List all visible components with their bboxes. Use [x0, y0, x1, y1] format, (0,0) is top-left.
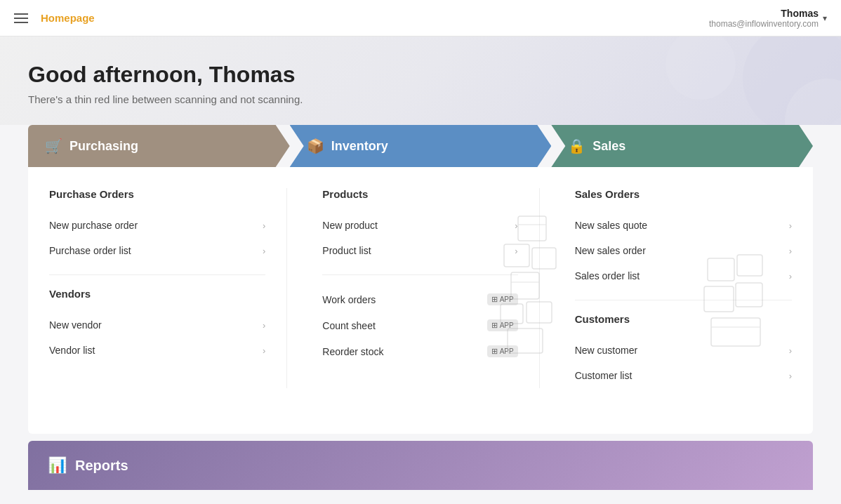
new-purchase-order-item[interactable]: New purchase order › — [49, 213, 265, 238]
work-orders-badge-text: APP — [500, 296, 514, 303]
tab-purchasing-label: Purchasing — [69, 139, 138, 154]
hero-greeting: Good afternoon, Thomas — [28, 62, 813, 88]
customer-list-label: Customer list — [575, 370, 633, 381]
count-sheet-label: Count sheet — [322, 320, 376, 331]
purchasing-divider — [49, 274, 265, 275]
new-sales-quote-item[interactable]: New sales quote › — [575, 213, 792, 238]
tab-inventory[interactable]: 📦 Inventory — [290, 125, 552, 167]
inventory-divider — [322, 274, 517, 275]
category-tabs: 🛒 Purchasing 📦 Inventory 🔒 Sales — [28, 125, 813, 167]
purchase-order-list-chevron: › — [263, 246, 265, 256]
new-sales-quote-label: New sales quote — [575, 220, 648, 231]
count-sheet-app-badge: ⊞ APP — [487, 319, 518, 331]
new-purchase-order-chevron: › — [263, 220, 265, 231]
purchase-orders-title: Purchase Orders — [49, 188, 265, 200]
sales-order-list-chevron: › — [789, 271, 792, 281]
purchase-order-list-label: Purchase order list — [49, 245, 131, 256]
new-product-chevron: › — [515, 220, 517, 231]
content-grid: Purchase Orders New purchase order › Pur… — [49, 188, 792, 388]
tab-sales-label: Sales — [592, 139, 625, 154]
new-sales-quote-chevron: › — [789, 220, 792, 231]
inventory-column: Products New product › Product list › Wo… — [301, 188, 539, 388]
purchasing-column: Purchase Orders New purchase order › Pur… — [49, 188, 287, 388]
tab-purchasing[interactable]: 🛒 Purchasing — [28, 125, 290, 167]
product-list-chevron: › — [515, 246, 517, 256]
work-orders-item[interactable]: Work orders ⊞ APP — [322, 286, 517, 312]
user-email: thomas@inflowinventory.com — [709, 19, 819, 29]
reports-icon: 📊 — [48, 456, 67, 475]
reorder-stock-badge-icon: ⊞ — [491, 347, 498, 356]
hamburger-menu[interactable] — [14, 13, 28, 23]
content-panel: Purchase Orders New purchase order › Pur… — [28, 167, 813, 434]
new-vendor-chevron: › — [263, 320, 265, 331]
customers-title: Customers — [575, 313, 792, 325]
new-sales-order-item[interactable]: New sales order › — [575, 238, 792, 263]
vendors-title: Vendors — [49, 288, 265, 300]
new-product-label: New product — [322, 220, 378, 231]
new-product-item[interactable]: New product › — [322, 213, 517, 238]
customer-list-chevron: › — [789, 371, 792, 381]
work-orders-label: Work orders — [322, 294, 376, 305]
hero-section: Good afternoon, Thomas There's a thin re… — [0, 37, 841, 125]
user-block[interactable]: Thomas thomas@inflowinventory.com ▾ — [709, 8, 827, 29]
work-orders-app-badge: ⊞ APP — [487, 293, 518, 305]
products-title: Products — [322, 188, 517, 200]
homepage-link[interactable]: Homepage — [41, 12, 95, 24]
tab-inventory-label: Inventory — [331, 139, 388, 154]
sales-icon: 🔒 — [568, 138, 585, 154]
reports-label: Reports — [75, 458, 128, 474]
vendor-list-chevron: › — [263, 345, 265, 356]
product-list-label: Product list — [322, 245, 371, 256]
tab-sales[interactable]: 🔒 Sales — [551, 125, 813, 167]
topnav: Homepage Thomas thomas@inflowinventory.c… — [0, 0, 841, 37]
new-customer-item[interactable]: New customer › — [575, 338, 792, 363]
topnav-left: Homepage — [14, 12, 95, 24]
inventory-icon: 📦 — [307, 138, 324, 154]
hero-subtitle: There's a thin red line between scanning… — [28, 93, 813, 105]
product-list-item[interactable]: Product list › — [322, 238, 517, 263]
count-sheet-badge-icon: ⊞ — [491, 321, 498, 330]
new-vendor-label: New vendor — [49, 319, 102, 331]
user-info: Thomas thomas@inflowinventory.com — [709, 8, 819, 29]
reorder-stock-label: Reorder stock — [322, 346, 383, 357]
user-dropdown-chevron[interactable]: ▾ — [823, 13, 827, 23]
sales-order-list-item[interactable]: Sales order list › — [575, 263, 792, 289]
sales-orders-title: Sales Orders — [575, 188, 792, 200]
new-customer-chevron: › — [789, 345, 792, 356]
user-name: Thomas — [709, 8, 819, 19]
count-sheet-badge-text: APP — [500, 321, 514, 329]
reports-section[interactable]: 📊 Reports — [28, 441, 813, 490]
sales-column: Sales Orders New sales quote › New sales… — [554, 188, 792, 388]
sales-divider — [575, 300, 792, 300]
reorder-stock-app-badge: ⊞ APP — [487, 345, 518, 357]
vendor-list-item[interactable]: Vendor list › — [49, 338, 265, 363]
reorder-stock-badge-text: APP — [500, 347, 514, 355]
new-purchase-order-label: New purchase order — [49, 220, 138, 231]
purchasing-icon: 🛒 — [45, 138, 62, 154]
new-vendor-item[interactable]: New vendor › — [49, 312, 265, 338]
new-customer-label: New customer — [575, 345, 637, 356]
purchase-order-list-item[interactable]: Purchase order list › — [49, 238, 265, 263]
reorder-stock-item[interactable]: Reorder stock ⊞ APP — [322, 338, 517, 364]
sales-order-list-label: Sales order list — [575, 270, 640, 281]
vendor-list-label: Vendor list — [49, 345, 95, 356]
customer-list-item[interactable]: Customer list › — [575, 363, 792, 388]
app-badge-icon: ⊞ — [491, 295, 498, 304]
new-sales-order-label: New sales order — [575, 245, 646, 256]
new-sales-order-chevron: › — [789, 246, 792, 256]
count-sheet-item[interactable]: Count sheet ⊞ APP — [322, 312, 517, 338]
